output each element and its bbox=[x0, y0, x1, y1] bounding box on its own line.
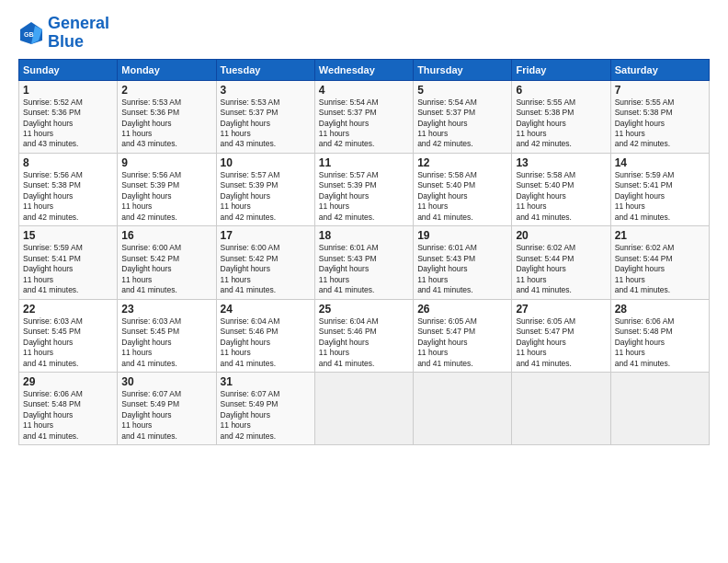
day-number: 27 bbox=[516, 303, 606, 316]
calendar-cell: 21 Sunrise: 6:02 AM Sunset: 5:44 PM Dayl… bbox=[610, 226, 709, 299]
day-info: Sunrise: 5:59 AM Sunset: 5:41 PM Dayligh… bbox=[23, 243, 113, 295]
day-info: Sunrise: 6:02 AM Sunset: 5:44 PM Dayligh… bbox=[615, 243, 705, 295]
day-info: Sunrise: 5:54 AM Sunset: 5:37 PM Dayligh… bbox=[417, 98, 507, 150]
col-header-sunday: Sunday bbox=[19, 59, 118, 80]
calendar-table: SundayMondayTuesdayWednesdayThursdayFrid… bbox=[18, 59, 710, 446]
day-number: 17 bbox=[221, 229, 311, 242]
day-info: Sunrise: 6:01 AM Sunset: 5:43 PM Dayligh… bbox=[417, 243, 507, 295]
day-number: 16 bbox=[121, 229, 211, 242]
col-header-wednesday: Wednesday bbox=[314, 59, 413, 80]
day-number: 7 bbox=[615, 84, 705, 97]
day-info: Sunrise: 5:56 AM Sunset: 5:38 PM Dayligh… bbox=[23, 170, 113, 223]
day-info: Sunrise: 6:02 AM Sunset: 5:44 PM Dayligh… bbox=[516, 243, 606, 295]
day-info: Sunrise: 5:57 AM Sunset: 5:39 PM Dayligh… bbox=[221, 170, 311, 223]
calendar-cell: 14 Sunrise: 5:59 AM Sunset: 5:41 PM Dayl… bbox=[610, 153, 709, 225]
day-info: Sunrise: 5:55 AM Sunset: 5:38 PM Dayligh… bbox=[615, 98, 705, 150]
calendar-cell: 9 Sunrise: 5:56 AM Sunset: 5:39 PM Dayli… bbox=[118, 153, 216, 225]
day-info: Sunrise: 5:55 AM Sunset: 5:38 PM Dayligh… bbox=[516, 98, 606, 150]
week-row-2: 8 Sunrise: 5:56 AM Sunset: 5:38 PM Dayli… bbox=[19, 153, 710, 225]
day-info: Sunrise: 6:00 AM Sunset: 5:42 PM Dayligh… bbox=[221, 243, 311, 295]
day-info: Sunrise: 5:57 AM Sunset: 5:39 PM Dayligh… bbox=[319, 170, 409, 223]
calendar-cell bbox=[414, 372, 512, 444]
day-info: Sunrise: 6:07 AM Sunset: 5:49 PM Dayligh… bbox=[121, 389, 211, 442]
day-number: 6 bbox=[516, 84, 606, 97]
calendar-cell: 12 Sunrise: 5:58 AM Sunset: 5:40 PM Dayl… bbox=[414, 153, 512, 225]
day-info: Sunrise: 5:58 AM Sunset: 5:40 PM Dayligh… bbox=[417, 170, 507, 223]
day-number: 11 bbox=[319, 156, 409, 169]
calendar-cell: 22 Sunrise: 6:03 AM Sunset: 5:45 PM Dayl… bbox=[19, 299, 118, 372]
day-info: Sunrise: 6:03 AM Sunset: 5:45 PM Dayligh… bbox=[121, 316, 211, 369]
calendar-cell: 24 Sunrise: 6:04 AM Sunset: 5:46 PM Dayl… bbox=[216, 299, 314, 372]
day-number: 25 bbox=[319, 303, 409, 316]
day-number: 29 bbox=[23, 375, 113, 388]
day-info: Sunrise: 5:59 AM Sunset: 5:41 PM Dayligh… bbox=[615, 170, 705, 223]
calendar-cell: 25 Sunrise: 6:04 AM Sunset: 5:46 PM Dayl… bbox=[314, 299, 413, 372]
calendar-cell: 27 Sunrise: 6:05 AM Sunset: 5:47 PM Dayl… bbox=[512, 299, 610, 372]
calendar-cell: 26 Sunrise: 6:05 AM Sunset: 5:47 PM Dayl… bbox=[414, 299, 512, 372]
day-info: Sunrise: 5:53 AM Sunset: 5:36 PM Dayligh… bbox=[121, 98, 211, 150]
calendar-cell: 2 Sunrise: 5:53 AM Sunset: 5:36 PM Dayli… bbox=[118, 80, 216, 153]
day-number: 28 bbox=[615, 303, 705, 316]
day-info: Sunrise: 6:07 AM Sunset: 5:49 PM Dayligh… bbox=[221, 389, 311, 442]
day-number: 19 bbox=[417, 229, 507, 242]
day-info: Sunrise: 6:04 AM Sunset: 5:46 PM Dayligh… bbox=[221, 316, 311, 369]
calendar-cell: 17 Sunrise: 6:00 AM Sunset: 5:42 PM Dayl… bbox=[216, 226, 314, 299]
day-number: 3 bbox=[221, 84, 311, 97]
header-row: SundayMondayTuesdayWednesdayThursdayFrid… bbox=[19, 59, 710, 80]
calendar-cell: 13 Sunrise: 5:58 AM Sunset: 5:40 PM Dayl… bbox=[512, 153, 610, 225]
day-number: 12 bbox=[417, 156, 507, 169]
col-header-thursday: Thursday bbox=[414, 59, 512, 80]
calendar-cell: 6 Sunrise: 5:55 AM Sunset: 5:38 PM Dayli… bbox=[512, 80, 610, 153]
week-row-4: 22 Sunrise: 6:03 AM Sunset: 5:45 PM Dayl… bbox=[19, 299, 710, 372]
day-info: Sunrise: 6:05 AM Sunset: 5:47 PM Dayligh… bbox=[417, 316, 507, 369]
calendar-cell: 4 Sunrise: 5:54 AM Sunset: 5:37 PM Dayli… bbox=[314, 80, 413, 153]
day-number: 22 bbox=[23, 303, 113, 316]
day-number: 9 bbox=[121, 156, 211, 169]
day-number: 31 bbox=[221, 375, 311, 388]
day-info: Sunrise: 6:04 AM Sunset: 5:46 PM Dayligh… bbox=[319, 316, 409, 369]
day-info: Sunrise: 5:53 AM Sunset: 5:37 PM Dayligh… bbox=[221, 98, 311, 150]
calendar-cell bbox=[314, 372, 413, 444]
day-number: 18 bbox=[319, 229, 409, 242]
day-number: 26 bbox=[417, 303, 507, 316]
header: GB General Blue bbox=[18, 15, 710, 52]
calendar-cell bbox=[610, 372, 709, 444]
day-number: 2 bbox=[121, 84, 211, 97]
day-info: Sunrise: 6:06 AM Sunset: 5:48 PM Dayligh… bbox=[615, 316, 705, 369]
day-number: 4 bbox=[319, 84, 409, 97]
calendar-cell: 15 Sunrise: 5:59 AM Sunset: 5:41 PM Dayl… bbox=[19, 226, 118, 299]
calendar-cell: 20 Sunrise: 6:02 AM Sunset: 5:44 PM Dayl… bbox=[512, 226, 610, 299]
calendar-cell: 11 Sunrise: 5:57 AM Sunset: 5:39 PM Dayl… bbox=[314, 153, 413, 225]
calendar-cell: 3 Sunrise: 5:53 AM Sunset: 5:37 PM Dayli… bbox=[216, 80, 314, 153]
day-info: Sunrise: 5:56 AM Sunset: 5:39 PM Dayligh… bbox=[121, 170, 211, 223]
day-number: 30 bbox=[121, 375, 211, 388]
col-header-monday: Monday bbox=[118, 59, 216, 80]
day-number: 15 bbox=[23, 229, 113, 242]
day-info: Sunrise: 5:54 AM Sunset: 5:37 PM Dayligh… bbox=[319, 98, 409, 150]
logo: GB General Blue bbox=[18, 15, 109, 52]
day-number: 23 bbox=[121, 303, 211, 316]
week-row-3: 15 Sunrise: 5:59 AM Sunset: 5:41 PM Dayl… bbox=[19, 226, 710, 299]
calendar-cell: 28 Sunrise: 6:06 AM Sunset: 5:48 PM Dayl… bbox=[610, 299, 709, 372]
page: GB General Blue SundayMondayTuesdayWedne… bbox=[0, 0, 728, 563]
day-number: 13 bbox=[516, 156, 606, 169]
day-info: Sunrise: 6:00 AM Sunset: 5:42 PM Dayligh… bbox=[121, 243, 211, 295]
day-info: Sunrise: 6:05 AM Sunset: 5:47 PM Dayligh… bbox=[516, 316, 606, 369]
day-info: Sunrise: 6:01 AM Sunset: 5:43 PM Dayligh… bbox=[319, 243, 409, 295]
day-number: 24 bbox=[221, 303, 311, 316]
calendar-cell: 31 Sunrise: 6:07 AM Sunset: 5:49 PM Dayl… bbox=[216, 372, 314, 444]
col-header-saturday: Saturday bbox=[610, 59, 709, 80]
calendar-cell: 7 Sunrise: 5:55 AM Sunset: 5:38 PM Dayli… bbox=[610, 80, 709, 153]
calendar-cell: 16 Sunrise: 6:00 AM Sunset: 5:42 PM Dayl… bbox=[118, 226, 216, 299]
col-header-friday: Friday bbox=[512, 59, 610, 80]
day-number: 8 bbox=[23, 156, 113, 169]
calendar-cell: 23 Sunrise: 6:03 AM Sunset: 5:45 PM Dayl… bbox=[118, 299, 216, 372]
day-info: Sunrise: 5:52 AM Sunset: 5:36 PM Dayligh… bbox=[23, 98, 113, 150]
logo-text: General Blue bbox=[48, 15, 109, 52]
calendar-cell bbox=[512, 372, 610, 444]
day-number: 14 bbox=[615, 156, 705, 169]
week-row-1: 1 Sunrise: 5:52 AM Sunset: 5:36 PM Dayli… bbox=[19, 80, 710, 153]
calendar-cell: 10 Sunrise: 5:57 AM Sunset: 5:39 PM Dayl… bbox=[216, 153, 314, 225]
day-info: Sunrise: 6:06 AM Sunset: 5:48 PM Dayligh… bbox=[23, 389, 113, 442]
calendar-cell: 5 Sunrise: 5:54 AM Sunset: 5:37 PM Dayli… bbox=[414, 80, 512, 153]
